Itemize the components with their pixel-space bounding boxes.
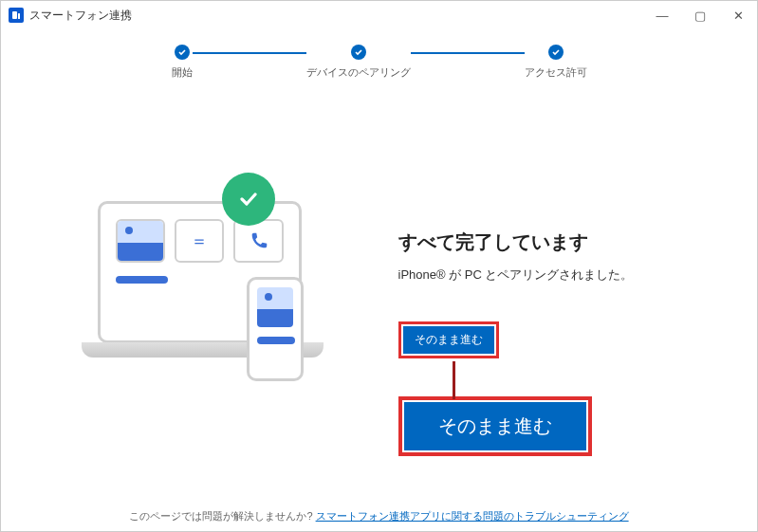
titlebar: スマートフォン連携 ― ▢ ✕ xyxy=(1,1,757,29)
step-label: アクセス許可 xyxy=(525,65,587,80)
phone-illustration xyxy=(247,277,304,381)
page-heading: すべて完了しています xyxy=(398,229,720,255)
check-icon xyxy=(175,45,190,60)
progress-stepper: 開始 デバイスのペアリング アクセス許可 xyxy=(1,29,757,87)
step-start: 開始 xyxy=(172,45,193,80)
illustration: ＝ xyxy=(39,201,361,343)
app-icon xyxy=(9,8,24,23)
highlight-box-large: そのまま進む xyxy=(398,396,592,456)
main-content: ＝ すべて完了しています iPhone® が PC とペアリングされました。 そ… xyxy=(1,201,757,456)
check-icon xyxy=(351,45,366,60)
continue-button[interactable]: そのまま進む xyxy=(403,326,494,354)
troubleshoot-link[interactable]: スマートフォン連携アプリに関する問題のトラブルシューティング xyxy=(316,510,629,522)
message-card: ＝ xyxy=(175,219,224,263)
phone-icon xyxy=(249,230,269,251)
close-button[interactable]: ✕ xyxy=(719,1,757,29)
step-label: デバイスのペアリング xyxy=(306,65,411,80)
annotation-connector xyxy=(453,361,455,399)
step-connector xyxy=(411,52,525,54)
window-title: スマートフォン連携 xyxy=(29,8,132,24)
check-icon xyxy=(548,45,564,60)
maximize-button[interactable]: ▢ xyxy=(681,1,719,29)
step-label: 開始 xyxy=(172,65,193,80)
success-check-icon xyxy=(222,173,275,226)
step-permission: アクセス許可 xyxy=(525,45,587,80)
step-pairing: デバイスのペアリング xyxy=(306,45,411,80)
minimize-button[interactable]: ― xyxy=(643,1,681,29)
svg-rect-1 xyxy=(18,13,20,19)
highlight-box-small: そのまま進む xyxy=(398,321,499,358)
svg-rect-0 xyxy=(12,11,17,19)
continue-button-large[interactable]: そのまま進む xyxy=(404,402,586,450)
page-subtext: iPhone® が PC とペアリングされました。 xyxy=(398,266,720,284)
window-controls: ― ▢ ✕ xyxy=(643,1,757,29)
step-connector xyxy=(193,52,306,54)
image-card xyxy=(116,219,165,263)
phone-card xyxy=(233,219,283,263)
footer: このページでは問題が解決しませんか? スマートフォン連携アプリに関する問題のトラ… xyxy=(1,509,757,523)
text-column: すべて完了しています iPhone® が PC とペアリングされました。 そのま… xyxy=(398,201,720,456)
footer-text: このページでは問題が解決しませんか? xyxy=(129,510,315,522)
